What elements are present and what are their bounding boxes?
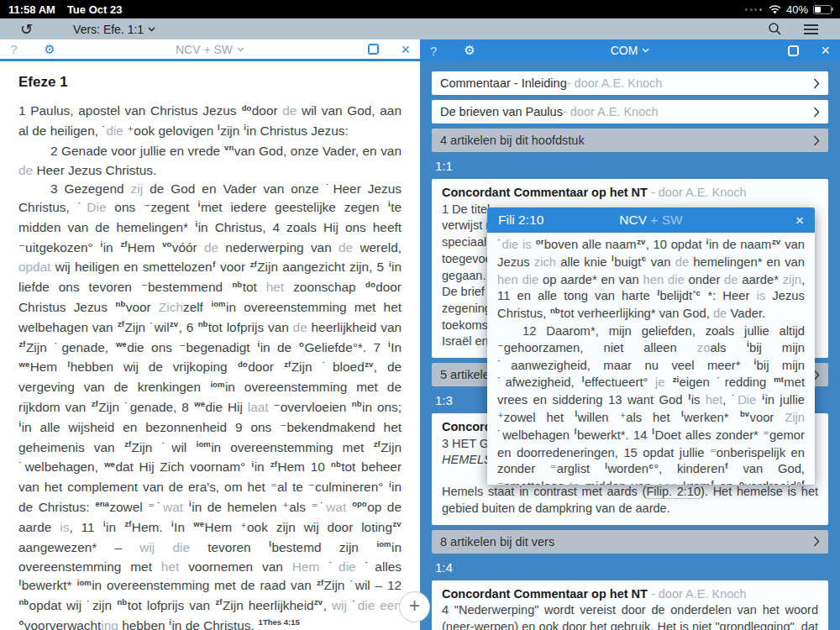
app-nav-bar: ↺ Vers: Efe. 1:1 [0,18,840,39]
chevron-down-icon [237,47,244,52]
chevron-right-icon [813,78,820,89]
verse-paragraph: ˙die is orboven alle naamzv, 10 opdat ii… [497,237,805,323]
commentary-list-item[interactable]: Commentaar - Inleiding - door A.E. Knoch [432,71,828,95]
chevron-down-icon [642,48,649,53]
card-title: Concordant Commentaar op het NT [442,186,648,199]
verse-paragraph: 1 Paulus, apostel van Christus Jezus dod… [18,102,402,142]
commentary-list-item[interactable]: De brieven van Paulus - door A.E. Knoch [432,100,828,123]
add-pane-button[interactable]: + [399,591,430,622]
verse-popup-header: Fili 2:10 NCV + SW × [487,207,815,233]
duplicate-pane-icon-right[interactable] [788,45,799,56]
right-pane-header: ? ⚙ COM × [420,39,840,61]
close-pane-icon-right[interactable]: × [821,43,830,58]
pane-headers: ? ⚙ NCV + SW × ? ⚙ COM × [0,39,840,61]
card-author: - door A.E. Knoch [648,587,747,601]
help-icon-left[interactable]: ? [10,42,17,56]
search-icon[interactable] [768,22,782,36]
battery-percentage: 40% [786,3,808,16]
verse-popup[interactable]: Fili 2:10 NCV + SW × ˙die is orboven all… [487,207,815,485]
chevron-right-icon [813,536,820,547]
app-root: 11:58 AM Tue Oct 23 40% ↺ Vers: Efe. 1:1 [0,0,840,630]
card-title: Concordant Commentaar op het NT [442,587,648,601]
status-time: 11:58 AM [8,3,55,16]
verse-ref-label: 1:4 [435,560,828,575]
chevron-down-icon [148,27,155,32]
right-pane-version-selector[interactable]: COM [420,44,840,57]
popup-close-icon[interactable]: × [795,213,804,228]
scripture-text: 1 Paulus, apostel van Christus Jezus dod… [18,102,402,630]
duplicate-pane-icon-left[interactable] [368,44,379,55]
cellular-signal-icon [745,8,762,11]
help-icon-right[interactable]: ? [430,44,437,58]
settings-gear-icon-right[interactable]: ⚙ [464,43,475,58]
popup-verse-ref: Fili 2:10 [498,213,543,228]
scripture-pane[interactable]: Efeze 1 1 Paulus, apostel van Christus J… [0,61,420,630]
status-bar: 11:58 AM Tue Oct 23 40% [0,0,840,18]
chevron-right-icon [813,135,820,146]
chevron-right-icon [813,107,820,118]
chapter-heading: Efeze 1 [18,74,402,91]
verse-ref-label: 1:1 [435,159,828,173]
left-pane-header: ? ⚙ NCV + SW × [0,39,420,61]
left-pane-version-selector[interactable]: NCV + SW [0,43,420,56]
verse-selector-label: Vers: Efe. 1:1 [73,23,144,36]
close-pane-icon-left[interactable]: × [401,42,410,57]
status-date: Tue Oct 23 [67,3,123,16]
history-icon[interactable]: ↺ [20,22,33,37]
popup-verse-text: ˙die is orboven alle naamzv, 10 opdat ii… [487,233,815,485]
verse-selector[interactable]: Vers: Efe. 1:1 [73,23,155,36]
articles-verse-row-8[interactable]: 8 artikelen bij dit vers [432,530,828,554]
verse-paragraph: 3 Gezegend zij de God en Vader van onze … [18,180,402,630]
articles-chapter-row[interactable]: 4 artikelen bij dit hoofdstuk [432,129,828,152]
card-author: - door A.E. Knoch [648,186,747,199]
card-body: Hemels staat in contrast met aards (Fili… [442,484,818,517]
commentary-card-1-4[interactable]: Concordant Commentaar op het NT - door A… [432,580,828,630]
card-body: 4 "Nederwerping" wordt vereist door de o… [442,602,818,630]
verse-paragraph: 2 Genade voor jullie en vrede vnvan God,… [18,142,402,181]
menu-icon[interactable] [804,24,818,34]
wifi-icon [769,5,781,14]
battery-icon [813,5,832,14]
verse-paragraph: 12 Daarom*, mijn geliefden, zoals jullie… [497,323,805,485]
settings-gear-icon-left[interactable]: ⚙ [44,42,55,57]
